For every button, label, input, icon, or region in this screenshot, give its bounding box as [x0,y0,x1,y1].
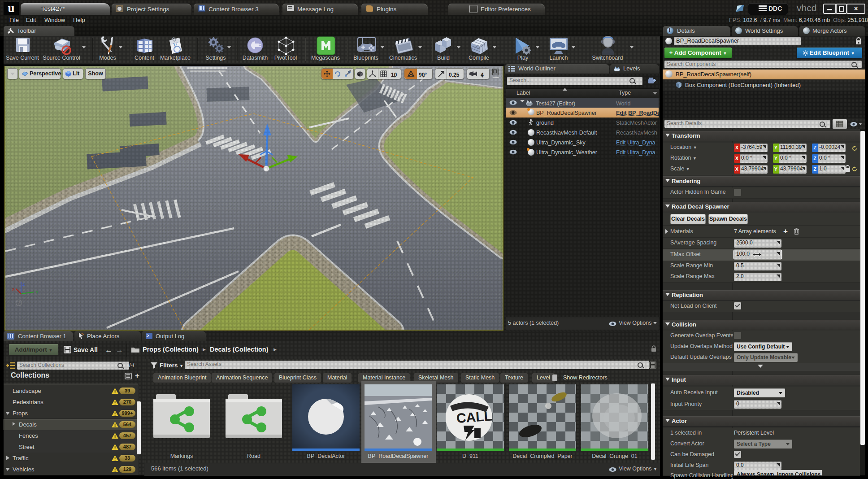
svg-text:CALL: CALL [456,408,493,425]
